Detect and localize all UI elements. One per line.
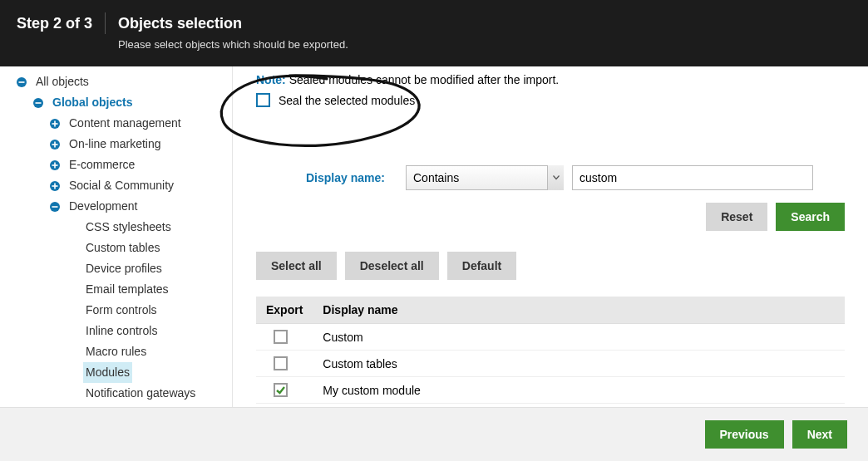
tree-label: Global objects — [50, 92, 135, 113]
row-display-name: My custom module — [313, 377, 845, 404]
row-checkbox[interactable] — [274, 383, 288, 397]
tree-label: Content management — [67, 113, 184, 134]
default-button[interactable]: Default — [447, 252, 516, 280]
tree-item-form-controls[interactable]: Form controls — [0, 300, 232, 321]
tree-label: Macro rules — [83, 341, 149, 362]
tree-label: Custom tables — [83, 238, 162, 258]
tree-label: All objects — [33, 71, 91, 92]
wizard-footer: Previous Next — [0, 407, 868, 461]
expand-icon[interactable] — [48, 117, 62, 130]
filter-row: Display name: Contains — [256, 165, 845, 190]
operator-select[interactable]: Contains — [406, 165, 564, 190]
column-header-export[interactable]: Export — [256, 297, 313, 324]
collapse-icon[interactable] — [15, 76, 28, 89]
tree-label: Modules — [83, 362, 132, 383]
search-button[interactable]: Search — [776, 203, 845, 231]
tree-label: Email templates — [83, 279, 171, 300]
tree-item-modules[interactable]: Modules — [0, 362, 232, 383]
note-row: Note: Sealed modules cannot be modified … — [256, 73, 845, 86]
page-subtitle: Please select objects which should be ex… — [118, 38, 348, 51]
tree-item-inline-controls[interactable]: Inline controls — [0, 321, 232, 341]
page-title: Objects selection — [118, 12, 348, 34]
svg-rect-12 — [54, 162, 56, 168]
table-row[interactable]: Custom tables — [256, 351, 845, 377]
tree-item-notification-gateways[interactable]: Notification gateways — [0, 383, 232, 404]
tree-label: Device profiles — [83, 258, 165, 279]
tree-item-development[interactable]: Development — [0, 196, 232, 217]
operator-select-wrap: Contains — [406, 165, 564, 190]
tree-label: Inline controls — [83, 321, 160, 341]
seal-checkbox-row: Seal the selected modules — [256, 93, 845, 107]
expand-icon[interactable] — [48, 159, 62, 172]
deselect-all-button[interactable]: Deselect all — [345, 252, 439, 280]
table-row[interactable]: Custom — [256, 324, 845, 351]
filter-value-input[interactable] — [572, 165, 813, 190]
svg-rect-17 — [52, 206, 58, 208]
step-indicator: Step 2 of 3 — [17, 12, 106, 34]
tree-item-device-profiles[interactable]: Device profiles — [0, 258, 232, 279]
collapse-icon[interactable] — [48, 200, 62, 213]
tree-item-email-templates[interactable]: Email templates — [0, 279, 232, 300]
tree-item-global-objects[interactable]: Global objects — [0, 92, 232, 113]
expand-icon[interactable] — [48, 179, 62, 193]
tree-label: Form controls — [83, 300, 160, 321]
svg-rect-6 — [54, 120, 56, 126]
svg-rect-15 — [54, 183, 56, 189]
svg-rect-3 — [36, 102, 42, 104]
collapse-icon[interactable] — [32, 96, 45, 110]
main-panel: Note: Sealed modules cannot be modified … — [233, 66, 868, 407]
selection-buttons-row: Select all Deselect all Default — [256, 252, 845, 280]
tree-item-css-stylesheets[interactable]: CSS stylesheets — [0, 217, 232, 238]
tree-item-social-community[interactable]: Social & Community — [0, 175, 232, 196]
tree-item-custom-tables[interactable]: Custom tables — [0, 238, 232, 258]
row-checkbox[interactable] — [274, 356, 288, 370]
objects-grid: Export Display name Custom Custom tables… — [256, 297, 845, 404]
svg-rect-9 — [54, 141, 56, 147]
table-row[interactable]: My custom module — [256, 377, 845, 404]
select-all-button[interactable]: Select all — [256, 252, 337, 280]
tree-label: Development — [67, 196, 141, 217]
filter-buttons-row: Reset Search — [256, 203, 845, 231]
note-label: Note: — [256, 73, 286, 86]
row-checkbox[interactable] — [274, 330, 288, 344]
tree-item-online-marketing[interactable]: On-line marketing — [0, 134, 232, 154]
reset-button[interactable]: Reset — [706, 203, 767, 231]
note-text: Sealed modules cannot be modified after … — [289, 73, 560, 86]
tree-item-macro-rules[interactable]: Macro rules — [0, 341, 232, 362]
filter-label: Display name: — [306, 171, 397, 184]
tree-label: E-commerce — [67, 154, 137, 175]
tree-item-all-objects[interactable]: All objects — [0, 71, 232, 92]
tree-label: CSS stylesheets — [83, 217, 174, 238]
tree-label: Notification gateways — [83, 383, 198, 404]
next-button[interactable]: Next — [792, 420, 847, 449]
svg-rect-1 — [19, 81, 25, 83]
tree-label: Social & Community — [67, 175, 176, 196]
expand-icon[interactable] — [48, 138, 62, 151]
column-header-display-name[interactable]: Display name — [313, 297, 845, 324]
row-display-name: Custom tables — [313, 351, 845, 377]
seal-checkbox[interactable] — [256, 93, 270, 107]
wizard-header: Step 2 of 3 Objects selection Please sel… — [0, 0, 868, 66]
row-display-name: Custom — [313, 324, 845, 351]
tree-item-content-management[interactable]: Content management — [0, 113, 232, 134]
seal-checkbox-label: Seal the selected modules — [279, 94, 415, 107]
tree-item-ecommerce[interactable]: E-commerce — [0, 154, 232, 175]
tree-label: On-line marketing — [67, 134, 164, 154]
object-tree[interactable]: All objects Global objects Content manag… — [0, 66, 233, 407]
previous-button[interactable]: Previous — [705, 420, 784, 449]
